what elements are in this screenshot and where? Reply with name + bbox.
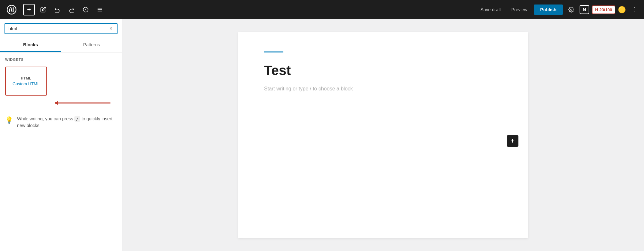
widgets-section-label: WIDGETS — [0, 52, 122, 64]
post-title[interactable]: Test — [264, 63, 502, 78]
red-arrow-annotation — [0, 98, 122, 110]
add-block-inline-button[interactable]: + — [507, 135, 518, 147]
svg-point-6 — [571, 9, 572, 11]
wp-logo[interactable] — [4, 0, 19, 19]
yoast-badge[interactable]: 🟡 — [618, 6, 626, 14]
blue-separator — [264, 51, 283, 52]
sidebar: × Blocks Patterns WIDGETS HTML Custom HT… — [0, 19, 122, 251]
custom-html-block-item[interactable]: HTML Custom HTML — [5, 67, 47, 96]
svg-marker-8 — [54, 101, 58, 105]
editor-area[interactable]: Test Start writing or type / to choose a… — [122, 19, 644, 251]
edit-mode-button[interactable] — [37, 4, 49, 15]
main-layout: × Blocks Patterns WIDGETS HTML Custom HT… — [0, 19, 644, 251]
tab-patterns[interactable]: Patterns — [61, 38, 122, 52]
toolbar: + Save draft Preview Publish N H 23/100 … — [0, 0, 644, 19]
more-options-button[interactable]: ⋮ — [629, 4, 640, 15]
tab-blocks[interactable]: Blocks — [0, 38, 61, 52]
preview-button[interactable]: Preview — [507, 5, 531, 14]
add-block-toolbar-button[interactable]: + — [23, 4, 35, 15]
tabs: Blocks Patterns — [0, 38, 122, 52]
hint-text: While writing, you can press / to quickl… — [17, 116, 117, 129]
hint-section: 💡 While writing, you can press / to quic… — [0, 110, 122, 134]
list-view-button[interactable] — [94, 4, 106, 15]
n-plugin-badge[interactable]: N — [580, 5, 589, 14]
redo-button[interactable] — [66, 4, 77, 15]
publish-button[interactable]: Publish — [534, 5, 563, 15]
settings-button[interactable] — [565, 4, 577, 15]
h-score-badge[interactable]: H 23/100 — [592, 5, 615, 14]
search-input[interactable] — [8, 26, 108, 31]
block-name-label: Custom HTML — [13, 81, 40, 86]
info-button[interactable] — [80, 4, 91, 15]
search-input-wrap: × — [5, 23, 118, 34]
hint-icon: 💡 — [5, 116, 13, 124]
clear-search-button[interactable]: × — [108, 26, 114, 32]
toolbar-right: Save draft Preview Publish N H 23/100 🟡 … — [477, 4, 640, 15]
save-draft-button[interactable]: Save draft — [477, 5, 505, 14]
block-icon-label: HTML — [21, 76, 32, 80]
undo-button[interactable] — [52, 4, 63, 15]
editor-placeholder[interactable]: Start writing or type / to choose a bloc… — [264, 86, 502, 92]
search-box: × — [0, 19, 122, 38]
editor-content: Test Start writing or type / to choose a… — [238, 32, 528, 238]
blocks-grid: HTML Custom HTML — [0, 64, 122, 98]
